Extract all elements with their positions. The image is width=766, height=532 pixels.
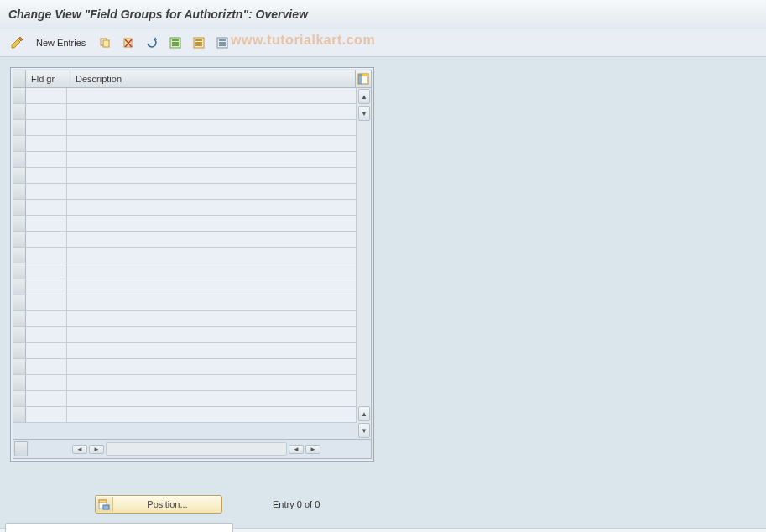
table-row[interactable]: [13, 359, 357, 375]
cell-description[interactable]: [67, 248, 357, 263]
row-selector[interactable]: [13, 391, 26, 406]
cell-fldgr[interactable]: [26, 104, 67, 119]
table-row[interactable]: [13, 391, 357, 407]
position-button[interactable]: Position...: [95, 495, 222, 514]
row-selector[interactable]: [13, 295, 26, 310]
table-row[interactable]: [13, 375, 357, 391]
delete-icon[interactable]: [118, 34, 138, 52]
edit-pencil-icon[interactable]: [7, 34, 27, 52]
cell-fldgr[interactable]: [26, 311, 67, 326]
row-selector[interactable]: [13, 263, 26, 279]
row-selector[interactable]: [13, 359, 26, 374]
row-selector[interactable]: [13, 232, 26, 247]
row-selector[interactable]: [13, 311, 26, 326]
copy-icon[interactable]: [95, 34, 115, 52]
select-block-icon[interactable]: [189, 34, 209, 52]
cell-fldgr[interactable]: [26, 152, 67, 167]
row-selector[interactable]: [13, 375, 26, 390]
cell-description[interactable]: [67, 295, 357, 310]
cell-description[interactable]: [67, 88, 357, 103]
row-selector[interactable]: [13, 343, 26, 358]
table-row[interactable]: [13, 423, 357, 439]
row-selector[interactable]: [13, 120, 26, 135]
scroll-right-inner-icon[interactable]: ►: [89, 445, 104, 454]
cell-description[interactable]: [67, 152, 357, 167]
cell-fldgr[interactable]: [26, 184, 67, 199]
horizontal-scrollbar[interactable]: ◄ ► ◄ ►: [71, 442, 321, 456]
table-row[interactable]: [13, 232, 357, 248]
cell-description[interactable]: [67, 327, 357, 342]
scroll-right-icon[interactable]: ►: [305, 445, 320, 454]
cell-description[interactable]: [67, 120, 357, 135]
row-selector[interactable]: [13, 136, 26, 151]
cell-description[interactable]: [67, 343, 357, 358]
table-row[interactable]: [13, 152, 357, 168]
select-all-icon[interactable]: [165, 34, 185, 52]
scroll-left-icon[interactable]: ◄: [72, 445, 87, 454]
row-selector[interactable]: [13, 200, 26, 215]
cell-description[interactable]: [67, 311, 357, 326]
cell-fldgr[interactable]: [26, 216, 67, 231]
row-selector[interactable]: [13, 248, 26, 263]
table-row[interactable]: [13, 120, 357, 136]
cell-fldgr[interactable]: [26, 88, 67, 103]
table-row[interactable]: [13, 279, 357, 295]
cell-description[interactable]: [67, 375, 357, 390]
cell-fldgr[interactable]: [26, 120, 67, 135]
cell-description[interactable]: [67, 423, 357, 438]
scroll-track[interactable]: [357, 122, 371, 405]
cell-fldgr[interactable]: [26, 295, 67, 310]
cell-fldgr[interactable]: [26, 232, 67, 247]
table-row[interactable]: [13, 200, 357, 216]
cell-fldgr[interactable]: [26, 279, 67, 295]
row-selector-header[interactable]: [13, 70, 26, 87]
cell-fldgr[interactable]: [26, 327, 67, 342]
row-selector[interactable]: [13, 184, 26, 199]
row-selector[interactable]: [13, 168, 26, 183]
table-row[interactable]: [13, 136, 357, 152]
cell-description[interactable]: [67, 232, 357, 247]
status-field[interactable]: [5, 523, 233, 532]
deselect-all-icon[interactable]: [212, 34, 232, 52]
scroll-up-end-icon[interactable]: ▲: [358, 406, 370, 421]
select-all-rows-icon[interactable]: [14, 441, 28, 456]
cell-fldgr[interactable]: [26, 200, 67, 215]
scroll-up-icon[interactable]: ▲: [358, 89, 370, 104]
cell-description[interactable]: [67, 184, 357, 199]
undo-icon[interactable]: [142, 34, 162, 52]
cell-description[interactable]: [67, 359, 357, 374]
cell-description[interactable]: [67, 136, 357, 151]
row-selector[interactable]: [13, 327, 26, 342]
table-row[interactable]: [13, 248, 357, 263]
cell-fldgr[interactable]: [26, 375, 67, 390]
cell-fldgr[interactable]: [26, 168, 67, 183]
cell-fldgr[interactable]: [26, 248, 67, 263]
table-row[interactable]: [13, 327, 357, 343]
table-row[interactable]: [13, 104, 357, 120]
table-row[interactable]: [13, 168, 357, 184]
table-settings-icon[interactable]: [356, 70, 371, 87]
cell-description[interactable]: [67, 216, 357, 231]
table-row[interactable]: [13, 311, 357, 327]
cell-description[interactable]: [67, 104, 357, 119]
row-selector[interactable]: [13, 88, 26, 103]
column-header-description[interactable]: Description: [70, 70, 356, 87]
table-row[interactable]: [13, 216, 357, 232]
row-selector[interactable]: [13, 152, 26, 167]
cell-description[interactable]: [67, 200, 357, 215]
row-selector[interactable]: [13, 423, 26, 438]
cell-fldgr[interactable]: [26, 391, 67, 406]
cell-description[interactable]: [67, 263, 357, 279]
cell-fldgr[interactable]: [26, 263, 67, 279]
row-selector[interactable]: [13, 216, 26, 231]
scroll-left-inner-icon[interactable]: ◄: [289, 445, 304, 454]
table-row[interactable]: [13, 295, 357, 311]
table-row[interactable]: [13, 88, 357, 104]
hscroll-track[interactable]: [106, 442, 287, 456]
cell-fldgr[interactable]: [26, 343, 67, 358]
cell-fldgr[interactable]: [26, 423, 67, 438]
table-row[interactable]: [13, 263, 357, 279]
scroll-down-end-icon[interactable]: ▼: [358, 423, 370, 438]
cell-description[interactable]: [67, 407, 357, 422]
table-row[interactable]: [13, 184, 357, 200]
